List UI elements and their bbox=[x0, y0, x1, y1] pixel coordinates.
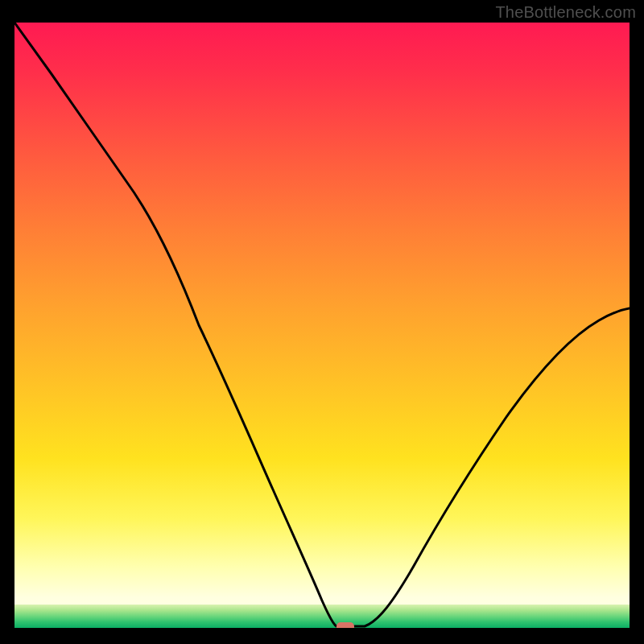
green-band bbox=[14, 605, 630, 628]
bottleneck-curve bbox=[14, 23, 630, 626]
plot-area bbox=[14, 23, 630, 628]
watermark-text: TheBottleneck.com bbox=[495, 3, 636, 22]
chart-root: TheBottleneck.com bbox=[0, 0, 644, 644]
minimum-marker bbox=[336, 622, 354, 628]
chart-overlay-svg bbox=[14, 23, 630, 628]
